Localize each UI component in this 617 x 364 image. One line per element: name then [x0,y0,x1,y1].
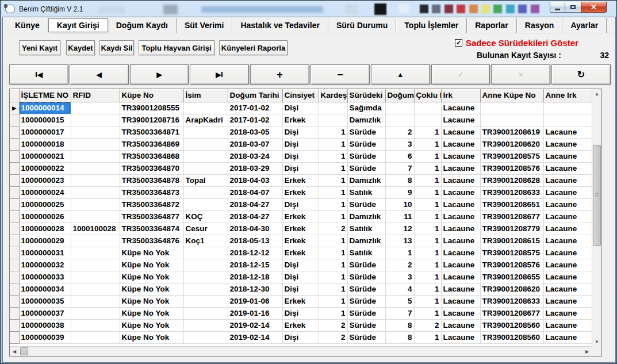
kunyeleri-raporla-button[interactable]: Künyeleri Raporla [219,40,288,55]
cell[interactable]: 1000000029 [19,235,71,247]
cell[interactable]: 1000000034 [19,283,71,295]
column-header-isletme-no[interactable]: İŞLETME NO [19,89,71,102]
table-row[interactable]: ▶1000000014TR390012085552017-01-02DişiSa… [10,102,592,114]
cell[interactable]: 2017-01-02 [228,114,282,126]
cell[interactable]: 13 [385,235,414,247]
cell[interactable]: Sürüde [347,319,385,331]
last-record-button[interactable]: ▶ [190,64,249,85]
cell[interactable]: 4 [385,283,414,295]
cell[interactable] [183,138,228,150]
cell[interactable]: TR39001208651 [480,198,543,210]
insert-record-button[interactable]: + [250,64,309,85]
cell[interactable]: Lacaune [441,102,480,114]
cell[interactable]: TR39001208633 [480,186,543,198]
cell[interactable]: 1 [414,126,441,138]
cell[interactable] [71,259,120,271]
yeni-kay-t-button[interactable]: Yeni Kayıt [19,40,60,55]
cell[interactable]: 1000000017 [19,126,71,138]
cell[interactable]: 1 [319,126,347,138]
column-header-rfid[interactable]: RFID [71,89,120,102]
cell[interactable]: Sürüde [347,259,385,271]
cell[interactable]: Lacaune [543,174,592,186]
column-header-coklu-i[interactable]: Çoklu I [414,89,441,102]
cell[interactable]: Lacaune [441,235,480,247]
cell[interactable] [183,307,228,319]
cell[interactable] [71,331,120,343]
cell[interactable]: TR39001208779 [480,223,543,235]
cell[interactable]: 2018-05-13 [228,235,282,247]
table-row[interactable]: 1000000034Küpe No Yok2018-12-30Dişi1Sürü… [10,283,592,295]
cell[interactable]: TR35003364868 [120,150,183,162]
cell[interactable]: 1000000021 [19,150,71,162]
cell[interactable]: 1000100028 [71,223,120,235]
cell[interactable] [385,114,414,126]
cell[interactable]: Dişi [282,126,319,138]
cell[interactable]: Sürüde [347,126,385,138]
cell[interactable]: TR39001208633 [480,295,543,307]
cell[interactable] [71,295,120,307]
cell[interactable]: Lacaune [441,138,480,150]
scroll-left-icon[interactable]: ◀ [10,347,19,356]
cell[interactable]: 2 [319,331,347,343]
cell[interactable] [183,186,228,198]
cell[interactable]: Erkek [282,223,319,235]
cell[interactable]: 1 [319,138,347,150]
cell[interactable]: 2018-12-30 [228,283,282,295]
cell[interactable]: Sürüde [347,271,385,283]
cell[interactable]: 1 [319,271,347,283]
first-record-button[interactable]: ◀ [9,64,68,85]
table-row[interactable]: 1000000029TR35003364876Koç12018-05-13Erk… [10,235,592,247]
cell[interactable]: 1000000037 [19,307,71,319]
cell[interactable]: Damızlık [347,210,385,223]
cell[interactable]: 1 [414,150,441,162]
cell[interactable]: 1 [414,307,441,319]
cell[interactable]: Erkek [282,235,319,247]
cell[interactable]: 2 [414,319,441,331]
cell[interactable]: Dişi [282,102,319,114]
cell[interactable]: Sağımda [347,102,385,114]
cell[interactable]: 1 [319,150,347,162]
cell[interactable]: 1000000015 [19,114,71,126]
cell[interactable]: 2018-03-05 [228,126,282,138]
table-row[interactable]: 1000000018TR350033648692018-03-07Dişi1Sü… [10,138,592,150]
cell[interactable]: 1 [319,186,347,198]
cell[interactable]: 1000000026 [19,210,71,223]
cell[interactable] [183,247,228,259]
cell[interactable]: Küpe No Yok [120,319,183,331]
close-button[interactable]: ✕ [581,2,607,13]
cell[interactable]: 2 [385,259,414,271]
cell[interactable]: TR39001208716 [120,114,183,126]
cell[interactable]: Lacaune [441,283,480,295]
cell[interactable]: 2018-04-03 [228,174,282,186]
table-row[interactable]: 1000000022TR350033648702018-03-29Dişi1Sü… [10,162,592,174]
edit-record-button[interactable]: ▲ [371,64,430,85]
cell[interactable]: Lacaune [543,235,592,247]
cell[interactable]: Lacaune [441,186,480,198]
table-row[interactable]: 1000000017TR350033648712018-03-05Dişi1Sü… [10,126,592,138]
cell[interactable]: Lacaune [441,198,480,210]
cell[interactable] [319,114,347,126]
tab-sut-verimi[interactable]: Süt Verimi [177,18,232,33]
cell[interactable]: Dişi [282,307,319,319]
cell[interactable] [71,307,120,319]
cell[interactable]: Küpe No Yok [120,307,183,319]
cell[interactable]: Erkek [282,247,319,259]
cell[interactable]: TR35003364878 [120,174,183,186]
cell[interactable] [71,150,120,162]
cell[interactable]: TR35003364876 [120,235,183,247]
scroll-right-icon[interactable]: ▶ [582,347,592,356]
cell[interactable]: 1 [319,283,347,295]
cell[interactable]: 2 [319,223,347,235]
cell[interactable]: Koç1 [183,235,228,247]
cell[interactable]: Sürüde [347,295,385,307]
table-row[interactable]: 1000000038Küpe No Yok2019-02-14Erkek2Sür… [10,319,592,331]
cell[interactable]: Lacaune [441,150,480,162]
cell[interactable]: Dişi [282,271,319,283]
cell[interactable]: 1000000039 [19,331,71,343]
cell[interactable]: 1 [414,283,441,295]
cell[interactable]: 3 [385,271,414,283]
cell[interactable]: 1000000025 [19,198,71,210]
scroll-up-icon[interactable]: ▲ [592,89,601,98]
table-row[interactable]: 1000000031Küpe No Yok2018-12-12Erkek1Sat… [10,247,592,259]
cell[interactable] [543,114,592,126]
